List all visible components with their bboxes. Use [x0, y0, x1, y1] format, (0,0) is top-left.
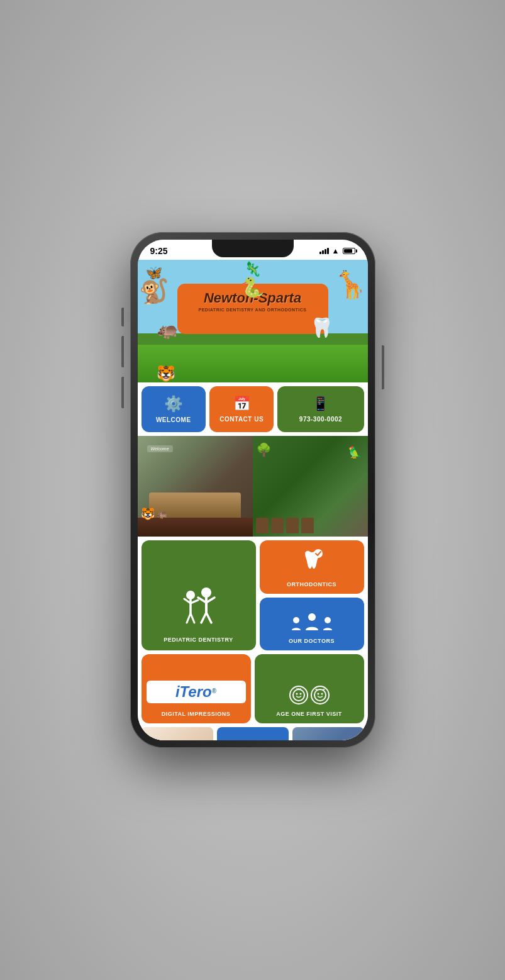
svg-line-11 — [206, 613, 211, 623]
svg-point-17 — [296, 693, 297, 695]
svg-point-13 — [293, 617, 299, 623]
doctor-icon-center — [304, 613, 320, 632]
gecko-decoration: 🦎 — [244, 261, 261, 277]
tooth-check-container — [300, 548, 324, 575]
doctors-button[interactable]: OUR DOCTORS — [260, 598, 364, 651]
doctors-label: OUR DOCTORS — [289, 638, 335, 644]
phone-icon: 📱 — [312, 396, 329, 412]
battery-icon — [343, 248, 355, 254]
chair-4 — [301, 518, 314, 533]
svg-point-16 — [293, 689, 304, 701]
parrot-decoration: 🦜 — [348, 445, 362, 459]
svg-line-3 — [191, 600, 198, 603]
banner: 🦋 🐍 🐒 Newton-Sparta PEDIATRIC DENTISTRY … — [138, 260, 368, 382]
gear-icon: ⚙️ — [164, 395, 183, 413]
aligner-photo — [142, 727, 213, 740]
service-right-column: ORTHODONTICS — [260, 540, 364, 650]
welcome-sign: Welcome — [147, 445, 173, 452]
snake-decoration: 🐍 — [241, 276, 264, 298]
phone-screen: 9:25 ▲ — [138, 240, 368, 740]
pediatric-dentistry-button[interactable]: PEDIATRIC DENTISTRY — [142, 540, 256, 650]
svg-point-15 — [325, 617, 331, 623]
office-photos: Welcome 🐯 🦛 — [138, 436, 368, 537]
orthodontics-label: ORTHODONTICS — [287, 581, 336, 587]
svg-line-5 — [191, 613, 194, 623]
svg-point-14 — [308, 613, 316, 621]
app-scroll-container[interactable]: 🦋 🐍 🐒 Newton-Sparta PEDIATRIC DENTISTRY … — [138, 260, 368, 740]
volume-down-button — [121, 377, 124, 408]
phone-frame: 9:25 ▲ — [130, 232, 375, 748]
itero-button[interactable]: iTero® DIGITAL IMPRESSIONS — [142, 654, 251, 723]
svg-point-6 — [201, 587, 211, 598]
svg-point-20 — [317, 693, 319, 695]
bottom-tiles: iTero® DIGITAL IMPRESSIONS — [138, 654, 368, 727]
camera-photo — [292, 727, 364, 740]
svg-line-4 — [187, 613, 191, 623]
itero-brand-text: iTero — [175, 683, 212, 700]
tooth-check-icon — [300, 548, 324, 572]
flag-button[interactable] — [217, 727, 289, 740]
desk-base — [138, 518, 253, 537]
status-icons: ▲ — [319, 247, 355, 255]
banner-subtitle: PEDIATRIC DENTISTRY AND ORTHODONTICS — [184, 308, 322, 312]
doctor-icon-left — [290, 616, 302, 632]
welcome-label: WELCOME — [156, 416, 191, 423]
age-one-faces — [289, 686, 330, 704]
age-one-button[interactable]: AGE ONE FIRST VISIT — [255, 654, 364, 723]
itero-brand-container: iTero® — [147, 681, 246, 703]
mural-animal-1: 🐯 — [141, 507, 155, 521]
tree-decoration: 🌳 — [256, 442, 272, 457]
hippo-decoration: 🦛 — [157, 320, 179, 340]
svg-point-0 — [186, 591, 195, 599]
svg-line-10 — [201, 613, 206, 623]
wifi-icon: ▲ — [332, 247, 340, 255]
camera-image — [292, 727, 364, 740]
action-buttons-row: ⚙️ WELCOME 📅 CONTACT US 📱 973-300-0002 — [138, 382, 368, 436]
power-button — [382, 345, 384, 389]
signal-bar-2 — [322, 250, 324, 254]
grass-decoration: 🐯 — [138, 345, 368, 382]
welcome-button[interactable]: ⚙️ WELCOME — [142, 386, 206, 432]
phone-button[interactable]: 📱 973-300-0002 — [277, 386, 363, 432]
kids-icon — [178, 586, 219, 630]
signal-bar-3 — [325, 249, 326, 254]
volume-up-button — [121, 336, 124, 367]
baby-face-2 — [311, 686, 330, 704]
baby-face-icon-2 — [313, 688, 327, 702]
chair-3 — [286, 518, 299, 533]
itero-label: DIGITAL IMPRESSIONS — [162, 711, 231, 717]
svg-point-19 — [314, 689, 326, 701]
service-grid: PEDIATRIC DENTISTRY — [138, 537, 368, 654]
chairs-row — [253, 505, 368, 537]
svg-point-18 — [299, 693, 301, 695]
phone-number: 973-300-0002 — [299, 416, 342, 423]
office-photo-left: Welcome 🐯 🦛 — [138, 436, 253, 537]
notch — [212, 240, 294, 257]
pediatric-dentistry-label: PEDIATRIC DENTISTRY — [164, 637, 233, 643]
office-photo-right: 🌳 🦜 — [253, 436, 368, 537]
chair-2 — [271, 518, 284, 533]
doctor-icon-right — [321, 616, 334, 632]
doctors-icon-group — [290, 613, 334, 632]
aligner-image — [142, 727, 213, 740]
flag-icon — [243, 740, 263, 740]
age-one-label: AGE ONE FIRST VISIT — [276, 711, 342, 717]
svg-point-21 — [321, 693, 323, 695]
signal-bar-1 — [319, 252, 321, 254]
aligner-svg — [162, 739, 193, 741]
status-time: 9:25 — [150, 246, 168, 256]
battery-fill — [344, 249, 353, 253]
contact-label: CONTACT US — [219, 416, 264, 423]
tooth-decoration: 🦷 — [310, 316, 333, 338]
tiger-decoration: 🐯 — [157, 365, 175, 382]
calendar-icon: 📅 — [233, 396, 250, 412]
contact-button[interactable]: 📅 CONTACT US — [209, 386, 274, 432]
signal-bars-icon — [319, 248, 329, 254]
chair-1 — [256, 518, 269, 533]
monkey-decoration: 🐒 — [139, 277, 169, 305]
orthodontics-button[interactable]: ORTHODONTICS — [260, 540, 364, 594]
baby-face-1 — [289, 686, 308, 704]
giraffe-decoration: 🦒 — [334, 269, 367, 300]
volume-mute-button — [121, 308, 124, 326]
baby-face-icon-1 — [292, 688, 306, 702]
